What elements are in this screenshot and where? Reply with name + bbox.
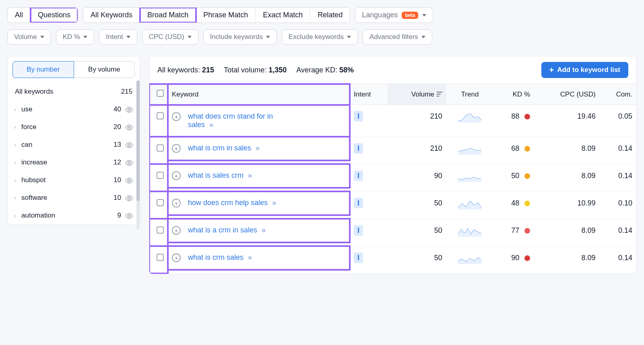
tab-exact-match[interactable]: Exact Match <box>256 8 310 23</box>
row-checkbox[interactable] <box>157 254 164 261</box>
svg-point-5 <box>128 197 130 199</box>
languages-dropdown[interactable]: Languages beta <box>355 7 433 23</box>
expand-icon[interactable]: + <box>172 171 181 180</box>
trend-sparkline <box>446 191 493 219</box>
col-volume[interactable]: Volume <box>388 84 446 105</box>
keyword-groups-panel: By number By volume All keywords 215 ›us… <box>7 56 140 225</box>
double-chevron-icon[interactable]: » <box>209 121 212 129</box>
volume-value: 210 <box>388 105 446 137</box>
expand-icon[interactable]: + <box>172 253 181 262</box>
keyword-group-row[interactable]: ›can13 <box>8 136 140 154</box>
keyword-link[interactable]: how does crm help sales <box>188 199 268 207</box>
group-count: 10 <box>110 194 121 202</box>
filter-volume[interactable]: Volume <box>7 29 51 45</box>
kd-value: 48 <box>493 191 534 219</box>
eye-icon[interactable] <box>125 213 133 218</box>
keyword-group-row[interactable]: ›software10 <box>8 189 140 207</box>
expand-icon[interactable]: + <box>172 144 181 153</box>
eye-icon[interactable] <box>125 195 133 201</box>
eye-icon[interactable] <box>125 160 133 165</box>
kd-value: 88 <box>493 105 534 137</box>
double-chevron-icon[interactable]: » <box>272 199 275 207</box>
keyword-link[interactable]: what does crm stand for in sales <box>188 112 273 129</box>
col-trend[interactable]: Trend <box>446 84 493 105</box>
row-checkbox[interactable] <box>157 226 164 234</box>
col-com[interactable]: Com. <box>600 84 636 105</box>
chevron-right-icon: › <box>14 177 21 183</box>
col-cpc[interactable]: CPC (USD) <box>534 84 599 105</box>
tab-all[interactable]: All <box>8 8 31 23</box>
tab-related[interactable]: Related <box>310 8 350 23</box>
group-count: 20 <box>110 123 121 131</box>
cpc-value: 8.09 <box>534 219 599 246</box>
row-checkbox[interactable] <box>157 144 164 152</box>
keyword-group-row[interactable]: ›hubspot10 <box>8 171 140 189</box>
scrollbar-thumb[interactable] <box>136 80 140 201</box>
filter-cpc[interactable]: CPC (USD) <box>142 29 198 45</box>
keyword-group-row[interactable]: ›automation9 <box>8 207 140 224</box>
languages-label: Languages <box>362 11 398 19</box>
keyword-link[interactable]: what is crm in sales <box>188 144 251 152</box>
filter-intent[interactable]: Intent <box>99 29 137 45</box>
select-all-checkbox[interactable] <box>157 90 164 97</box>
tab-broad-match[interactable]: Broad Match <box>140 8 196 23</box>
plus-icon: + <box>549 66 554 74</box>
filter-exclude[interactable]: Exclude keywords <box>282 29 358 45</box>
add-to-keyword-list-button[interactable]: + Add to keyword list <box>541 62 628 78</box>
keyword-link[interactable]: what is a crm in sales <box>188 226 257 234</box>
groups-header-count: 215 <box>121 88 132 96</box>
eye-icon[interactable] <box>125 142 133 148</box>
tab-all-keywords[interactable]: All Keywords <box>83 8 140 23</box>
chevron-down-icon <box>266 36 270 38</box>
chevron-right-icon: › <box>14 142 21 148</box>
com-value: 0.14 <box>600 219 636 246</box>
tab-questions[interactable]: Questions <box>31 8 78 23</box>
svg-point-2 <box>128 144 130 146</box>
eye-icon[interactable] <box>125 124 133 130</box>
double-chevron-icon[interactable]: » <box>248 253 251 261</box>
group-term: use <box>21 105 110 113</box>
tab-phrase-match[interactable]: Phrase Match <box>196 8 256 23</box>
double-chevron-icon[interactable]: » <box>256 144 258 152</box>
group-count: 40 <box>110 105 121 113</box>
table-row: +what is a crm in sales »I5077 8.090.14 <box>149 219 636 246</box>
kd-value: 68 <box>493 137 534 164</box>
expand-icon[interactable]: + <box>172 112 181 121</box>
keyword-link[interactable]: what is sales crm <box>188 171 244 179</box>
keyword-group-row[interactable]: ›use40 <box>8 101 140 118</box>
intent-badge: I <box>354 111 363 121</box>
keyword-link[interactable]: what is crm sales <box>188 253 244 261</box>
row-checkbox[interactable] <box>157 172 164 179</box>
double-chevron-icon[interactable]: » <box>262 226 264 234</box>
group-term: force <box>21 123 110 131</box>
filter-kd[interactable]: KD % <box>56 29 94 45</box>
col-kd[interactable]: KD % <box>493 84 534 105</box>
chevron-right-icon: › <box>14 159 21 166</box>
eye-icon[interactable] <box>125 107 133 112</box>
kd-value: 50 <box>493 164 534 191</box>
sort-desc-icon <box>437 90 442 99</box>
filter-include[interactable]: Include keywords <box>203 29 277 45</box>
double-chevron-icon[interactable]: » <box>248 171 251 179</box>
filter-advanced[interactable]: Advanced filters <box>363 29 432 45</box>
svg-point-3 <box>128 162 130 164</box>
svg-point-6 <box>128 215 130 217</box>
expand-icon[interactable]: + <box>172 199 181 207</box>
eye-icon[interactable] <box>125 177 133 183</box>
toggle-by-volume[interactable]: By volume <box>74 61 135 78</box>
kd-difficulty-dot <box>524 114 530 119</box>
scrollbar[interactable] <box>136 80 140 229</box>
row-checkbox[interactable] <box>157 112 164 119</box>
toggle-by-number[interactable]: By number <box>12 61 74 78</box>
expand-icon[interactable]: + <box>172 226 181 235</box>
cpc-value: 8.09 <box>534 246 599 273</box>
keyword-group-row[interactable]: ›force20 <box>8 118 140 136</box>
col-intent[interactable]: Intent <box>350 84 388 105</box>
kd-difficulty-dot <box>524 173 530 179</box>
col-keyword[interactable]: Keyword <box>168 84 350 105</box>
row-checkbox[interactable] <box>157 199 164 206</box>
table-row: +how does crm help sales »I5048 10.990.1… <box>149 191 636 219</box>
keyword-group-row[interactable]: ›increase12 <box>8 154 140 171</box>
kd-difficulty-dot <box>524 255 530 261</box>
com-value: 0.14 <box>600 137 636 164</box>
